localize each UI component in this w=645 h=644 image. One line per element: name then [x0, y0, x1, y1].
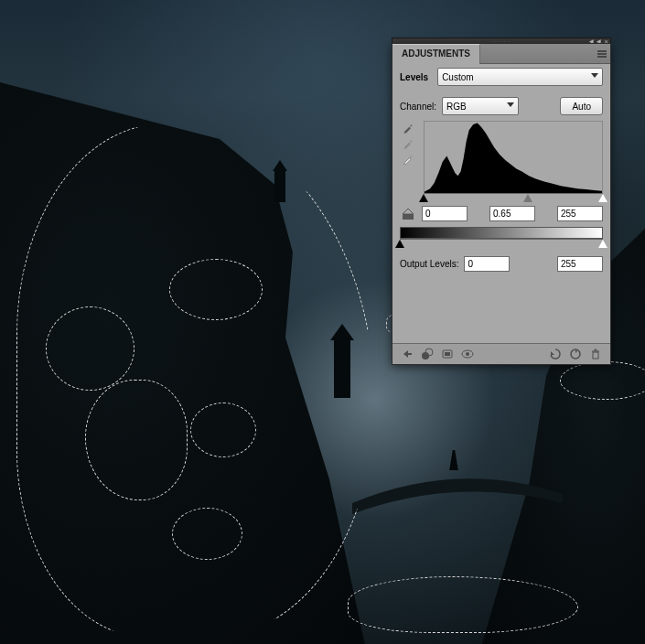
svg-rect-8	[593, 352, 598, 359]
channel-row: Channel: RGB Auto	[392, 90, 610, 119]
eyedropper-white-icon[interactable]	[400, 152, 416, 165]
artwork-cliff-left	[0, 82, 366, 644]
panel-tabbar: ADJUSTMENTS	[392, 44, 610, 64]
output-white-field[interactable]: 255	[557, 256, 603, 272]
artwork-tower	[334, 338, 350, 398]
input-gamma-field[interactable]: 0.65	[489, 206, 535, 221]
artwork-tower	[274, 169, 285, 202]
output-gradient	[400, 227, 603, 239]
input-slider-track[interactable]	[424, 193, 603, 203]
preset-value: Custom	[442, 72, 473, 82]
svg-point-6	[466, 352, 469, 356]
reset-previous-icon[interactable]	[546, 347, 564, 361]
preset-select[interactable]: Custom	[437, 68, 603, 86]
output-black-field[interactable]: 0	[464, 256, 510, 272]
channel-select[interactable]: RGB	[442, 97, 519, 115]
output-slider-track[interactable]	[400, 239, 603, 249]
return-arrow-icon[interactable]	[398, 347, 416, 361]
input-white-field[interactable]: 255	[557, 206, 603, 221]
adjustments-panel: ADJUSTMENTS Levels Custom Channel: RGB A…	[392, 43, 611, 365]
svg-rect-0	[403, 214, 414, 220]
output-levels-row: Output Levels: 0 255	[400, 256, 603, 272]
chevron-down-icon	[591, 73, 598, 78]
input-white-slider[interactable]	[598, 194, 607, 202]
output-black-slider[interactable]	[395, 240, 404, 248]
input-black-slider[interactable]	[419, 194, 428, 202]
clip-to-layer-icon[interactable]	[418, 347, 436, 361]
visibility-icon[interactable]	[458, 347, 477, 361]
artwork-figure	[448, 450, 459, 470]
artwork-bridge	[352, 476, 563, 531]
tab-adjustments[interactable]: ADJUSTMENTS	[392, 44, 480, 64]
channel-label: Channel:	[400, 102, 436, 112]
reset-default-icon[interactable]	[566, 347, 585, 361]
input-black-field[interactable]: 0	[422, 206, 468, 221]
histogram	[424, 121, 603, 193]
input-gamma-slider[interactable]	[523, 194, 532, 202]
eyedropper-gray-icon[interactable]	[400, 136, 416, 149]
auto-button-label: Auto	[572, 102, 591, 112]
svg-point-2	[425, 349, 433, 356]
input-levels-row: 0 0.65 255	[400, 206, 603, 221]
output-white-slider[interactable]	[598, 240, 607, 248]
trash-icon[interactable]	[586, 347, 605, 361]
adjustment-type-label: Levels	[400, 72, 428, 82]
channel-value: RGB	[446, 102, 467, 112]
preset-row: Levels Custom	[392, 64, 610, 90]
svg-rect-4	[445, 352, 450, 356]
histogram-container	[424, 121, 603, 203]
panel-footer	[392, 343, 610, 364]
auto-button[interactable]: Auto	[560, 97, 603, 115]
panel-menu-button[interactable]	[594, 44, 610, 63]
chevron-down-icon	[507, 102, 514, 107]
view-previous-icon[interactable]	[438, 347, 457, 361]
eyedropper-group	[392, 119, 416, 165]
eyedropper-black-icon[interactable]	[400, 121, 416, 134]
clip-toggle-icon[interactable]	[400, 207, 416, 221]
output-label: Output Levels:	[400, 259, 458, 269]
